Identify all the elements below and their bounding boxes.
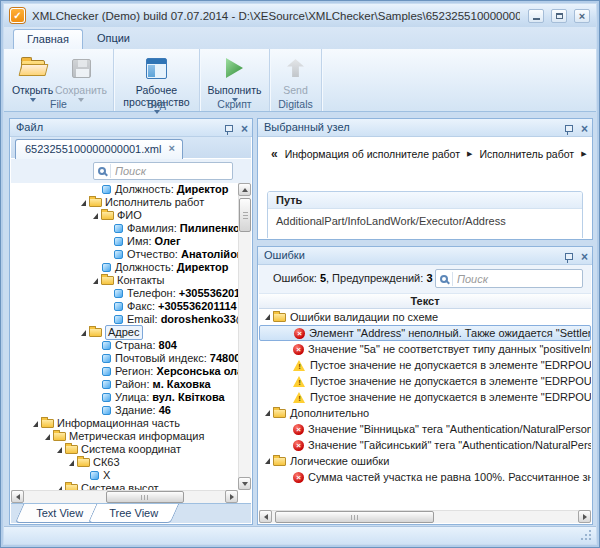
tree-search-input[interactable] [115, 165, 228, 177]
tree-horizontal-scrollbar[interactable] [11, 490, 238, 503]
ribbon-group-vid: Рабочее пространство Вид [114, 49, 200, 111]
errors-search-input[interactable] [457, 273, 578, 285]
error-group-row[interactable]: Ошибки валидации по схеме [259, 309, 591, 325]
pin-icon[interactable] [563, 252, 573, 263]
tree-leaf-node[interactable]: Должность: Директор [11, 261, 238, 274]
error-row[interactable]: Элемент "Address" неполный. Также ожидае… [259, 325, 591, 341]
error-row[interactable]: Сумма частей участка не равна 100%. Расс… [259, 469, 591, 485]
tree-folder-node[interactable]: Система высот [11, 482, 238, 490]
close-panel-icon[interactable] [581, 121, 588, 138]
tree-leaf-node[interactable]: Телефон: +30553620114 [11, 287, 238, 300]
error-icon [293, 472, 304, 483]
document-tab-close-icon[interactable]: × [168, 143, 174, 154]
leaf-icon [102, 354, 111, 363]
tab-tree-view[interactable]: Tree View [88, 504, 179, 523]
breadcrumb-item[interactable]: Исполнитель работ [479, 148, 574, 160]
folder-icon [101, 276, 114, 285]
expander-icon[interactable] [69, 460, 74, 466]
breadcrumb-item[interactable]: Информация об исполнителе работ [285, 148, 460, 160]
tree-leaf-node[interactable]: Должность: Директор [11, 183, 238, 196]
path-value: AdditionalPart/InfoLandWork/Executor/Add… [268, 209, 582, 238]
expander-icon[interactable] [57, 447, 62, 453]
error-row[interactable]: Значение "5а" не соответствует типу данн… [259, 341, 591, 357]
tree-folder-node[interactable]: СК63 [11, 456, 238, 469]
tree-leaf-node[interactable]: Отчество: Анатолійович [11, 248, 238, 261]
document-tab[interactable]: 6523255100000000001.xml × [15, 139, 183, 159]
window-title: XMLChecker (Demo) build 07.07.2014 - D:\… [32, 10, 520, 22]
leaf-icon [114, 237, 123, 246]
expander-icon[interactable] [265, 314, 270, 320]
scroll-thumb[interactable] [106, 491, 183, 503]
maximize-button[interactable] [551, 9, 567, 23]
tree-leaf-node[interactable]: Имя: Олег [11, 235, 238, 248]
expander-icon[interactable] [33, 421, 38, 427]
tree-leaf-node[interactable]: Район: м. Каховка [11, 378, 238, 391]
error-group-row[interactable]: Логические ошибки [259, 453, 591, 469]
expander-icon[interactable] [81, 200, 86, 206]
error-text: Дополнительно [290, 407, 369, 419]
scroll-left-button[interactable] [259, 510, 272, 523]
warning-row[interactable]: Пустое значение не допускается в элемент… [259, 373, 591, 389]
leaf-icon [102, 185, 111, 194]
errors-horizontal-scrollbar[interactable] [259, 510, 591, 523]
tree-folder-node[interactable]: Адрес [11, 326, 238, 339]
close-panel-icon[interactable] [241, 121, 248, 138]
run-button[interactable]: Выполнить [209, 53, 261, 102]
minimize-button[interactable] [528, 9, 544, 23]
scroll-left-button[interactable] [11, 490, 24, 503]
warning-row[interactable]: Пустое значение не допускается в элемент… [259, 389, 591, 405]
tree-folder-node[interactable]: Информационная часть [11, 417, 238, 430]
folder-icon [273, 313, 286, 322]
tree-leaf-node[interactable]: Улица: вул. Квіткова [11, 391, 238, 404]
scroll-up-button[interactable] [238, 183, 251, 196]
expander-icon[interactable] [93, 213, 98, 219]
error-row[interactable]: Значение "Гайсинський" тега "Authenticat… [259, 437, 591, 453]
pin-icon[interactable] [223, 124, 233, 135]
folder-icon [273, 457, 286, 466]
error-icon [293, 424, 304, 435]
expander-icon[interactable] [265, 458, 270, 464]
warning-row[interactable]: Пустое значение не допускается в элемент… [259, 357, 591, 373]
tree-leaf-node[interactable]: Фамилия: Пилипенко [11, 222, 238, 235]
title-bar: XMLChecker (Demo) build 07.07.2014 - D:\… [4, 4, 596, 27]
tree-leaf-node[interactable]: X [11, 469, 238, 482]
document-tab-label: 6523255100000000001.xml [25, 143, 161, 155]
close-button[interactable] [574, 9, 590, 23]
scroll-right-button[interactable] [578, 510, 591, 523]
tree-folder-node[interactable]: Метрическая информация [11, 430, 238, 443]
open-button[interactable]: Открыть [10, 53, 55, 102]
error-group-row[interactable]: Дополнительно [259, 405, 591, 421]
open-folder-icon [21, 60, 45, 76]
error-text: Элемент "Address" неполный. Также ожидае… [309, 327, 591, 339]
save-button[interactable]: Сохранить [55, 53, 107, 102]
error-text: Пустое значение не допускается в элемент… [310, 375, 591, 387]
workspace-dropdown-icon[interactable] [154, 110, 160, 114]
tree-folder-node[interactable]: Контакты [11, 274, 238, 287]
tree-vertical-scrollbar[interactable] [238, 183, 251, 490]
send-button[interactable]: Send [276, 53, 315, 96]
tree-leaf-node[interactable]: Здание: 46 [11, 404, 238, 417]
scroll-right-button[interactable] [225, 490, 238, 503]
minimize-icon [533, 18, 540, 20]
close-panel-icon[interactable] [581, 249, 588, 266]
resize-grip[interactable] [589, 538, 591, 540]
tree-leaf-node[interactable]: Почтовый индекс: 74800 [11, 352, 238, 365]
tree-folder-node[interactable]: Исполнитель работ [11, 196, 238, 209]
scroll-thumb[interactable] [239, 198, 251, 232]
tree-folder-node[interactable]: Система координат [11, 443, 238, 456]
expander-icon[interactable] [81, 330, 86, 336]
tab-opcii[interactable]: Опции [83, 28, 144, 49]
breadcrumb-overflow-icon[interactable]: « [271, 147, 278, 161]
expander-icon[interactable] [93, 278, 98, 284]
tree-folder-node[interactable]: ФИО [11, 209, 238, 222]
tree-leaf-node[interactable]: Регион: Херсонська оласть [11, 365, 238, 378]
tab-glavnaya[interactable]: Главная [13, 29, 83, 49]
scroll-thumb[interactable] [275, 511, 434, 523]
expander-icon[interactable] [45, 434, 50, 440]
expander-icon[interactable] [265, 410, 270, 416]
scroll-down-button[interactable] [238, 477, 251, 490]
pin-icon[interactable] [563, 124, 573, 135]
tree-leaf-node[interactable]: Факс: +305536201114 [11, 300, 238, 313]
error-row[interactable]: Значение "Вінницька" тега "Authenticatio… [259, 421, 591, 437]
tree-leaf-node[interactable]: Страна: 804 [11, 339, 238, 352]
